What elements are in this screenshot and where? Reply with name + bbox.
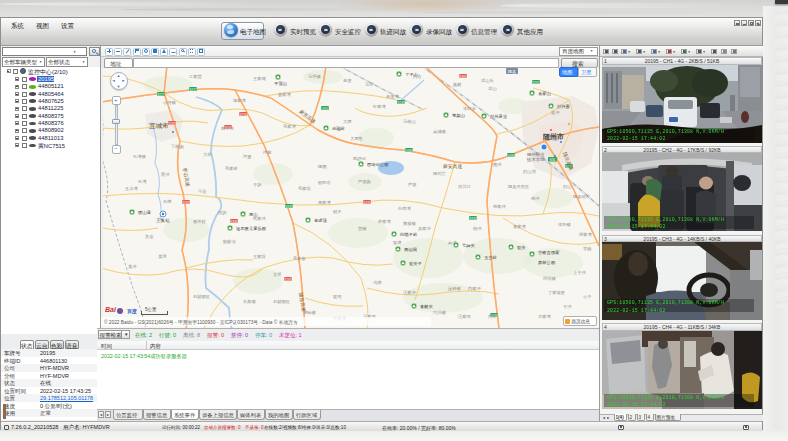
svg-text:白馆湾: 白馆湾: [398, 206, 411, 211]
svg-text:严坡: 严坡: [408, 182, 417, 187]
svg-text:老屋湾: 老屋湾: [386, 94, 399, 99]
svg-text:高城镇: 高城镇: [433, 129, 446, 134]
svg-text:平顶山: 平顶山: [274, 81, 287, 86]
svg-text:美冲: 美冲: [128, 264, 136, 269]
svg-text:待冲: 待冲: [473, 226, 481, 232]
svg-text:黄楼镇: 黄楼镇: [403, 221, 416, 226]
svg-text:马坪: 马坪: [365, 82, 374, 87]
svg-text:吴家冲: 吴家冲: [418, 226, 431, 231]
svg-text:汪家冲: 汪家冲: [403, 290, 416, 295]
svg-text:大堰: 大堰: [343, 119, 352, 124]
svg-text:洪山头: 洪山头: [481, 78, 494, 83]
svg-text:大胡: 大胡: [203, 152, 211, 157]
svg-text:2022-02-15 17:44:02: 2022-02-15 17:44:02: [607, 136, 666, 141]
svg-text:小干: 小干: [583, 294, 592, 299]
svg-text:2022-02-15 17:44:02: 2022-02-15 17:44:02: [607, 308, 666, 313]
svg-text:迪尼星儿童乐园: 迪尼星儿童乐园: [235, 226, 266, 231]
svg-text:麻安高速: 麻安高速: [443, 163, 462, 169]
svg-text:S263: S263: [182, 201, 189, 205]
svg-text:大堰角: 大堰角: [350, 136, 363, 141]
svg-text:洛阳乡: 洛阳乡: [463, 106, 476, 111]
svg-text:乌塘: 乌塘: [373, 280, 382, 285]
svg-text:随岳高速: 随岳高速: [297, 292, 307, 312]
svg-text:孔湾镇: 孔湾镇: [133, 154, 146, 159]
svg-text:尚家冲: 尚家冲: [468, 286, 481, 292]
svg-text:曹冲: 曹冲: [161, 172, 169, 177]
svg-text:袁家湾: 袁家湾: [513, 224, 526, 229]
svg-text:小河镇: 小河镇: [163, 100, 176, 105]
svg-text:烈山湖: 烈山湖: [523, 169, 536, 174]
svg-text:尧家冲: 尧家冲: [493, 204, 506, 209]
svg-text:烈山: 烈山: [563, 184, 571, 189]
svg-text:随县: 随县: [508, 69, 517, 74]
svg-text:随岳高速: 随岳高速: [561, 151, 575, 172]
svg-text:双塘: 双塘: [393, 240, 402, 245]
svg-text:朝天: 朝天: [333, 209, 342, 215]
svg-text:S306: S306: [230, 220, 237, 224]
svg-text:马坪镇: 马坪镇: [308, 74, 321, 79]
svg-text:随县经济: 随县经济: [573, 194, 591, 199]
svg-text:S217: S217: [157, 93, 164, 97]
svg-text:毛家寨: 毛家寨: [293, 256, 306, 261]
svg-text:青树尖: 青树尖: [420, 304, 434, 309]
svg-text:汪家河: 汪家河: [458, 314, 471, 319]
svg-text:尧冲: 尧冲: [531, 196, 539, 201]
svg-text:理解: 理解: [263, 150, 272, 155]
svg-text:老虎顶: 老虎顶: [314, 218, 328, 223]
svg-text:昌坪村: 昌坪村: [193, 219, 206, 225]
svg-text:尚店: 尚店: [413, 74, 421, 80]
svg-text:S263: S263: [168, 122, 175, 126]
svg-text:玉皇岭: 玉皇岭: [484, 255, 498, 260]
svg-text:白哨子岭: 白哨子岭: [400, 232, 418, 237]
svg-text:千坵: 千坵: [198, 189, 206, 194]
svg-text:马鞍山: 马鞍山: [403, 119, 416, 124]
svg-text:S333: S333: [469, 217, 476, 221]
svg-text:于缺: 于缺: [253, 182, 262, 187]
svg-text:石材园区: 石材园区: [193, 294, 211, 300]
svg-text:何缺: 何缺: [218, 210, 227, 216]
svg-text:洪山: 洪山: [488, 86, 496, 91]
svg-text:双尖子: 双尖子: [409, 261, 423, 266]
svg-text:笔架山: 笔架山: [452, 113, 465, 118]
svg-text:均川镇: 均川镇: [432, 310, 446, 315]
svg-text:工家营: 工家营: [188, 74, 202, 80]
svg-text:GPS:10500,71135 E,2910,71308 N: GPS:10500,71135 E,2910,71308 N,V:0KM/H: [607, 395, 724, 400]
svg-text:绿林镇: 绿林镇: [448, 286, 461, 291]
svg-text:学岗: 学岗: [583, 246, 591, 252]
svg-text:袁家山: 袁家山: [538, 91, 551, 96]
svg-text:现家湾: 现家湾: [233, 98, 246, 103]
svg-text:坪坝镇: 坪坝镇: [542, 276, 556, 281]
svg-text:彭兴基业: 彭兴基业: [490, 114, 508, 119]
svg-text:枣石高速: 枣石高速: [182, 167, 191, 187]
svg-text:丁家垴屋: 丁家垴屋: [548, 290, 565, 295]
svg-text:薛家湾: 薛家湾: [378, 219, 391, 224]
svg-text:七婶尖: 七婶尖: [462, 242, 476, 248]
svg-text:黑仙洞: 黑仙洞: [404, 247, 417, 252]
svg-text:西游记公园: 西游记公园: [367, 162, 388, 167]
svg-text:S263: S263: [284, 278, 291, 282]
svg-text:理册: 理册: [243, 154, 252, 160]
svg-text:毛家坝: 毛家坝: [298, 186, 311, 191]
svg-text:王家棚: 王家棚: [253, 76, 266, 81]
svg-text:随县开发区: 随县开发区: [508, 184, 530, 189]
svg-text:上于冲: 上于冲: [573, 270, 586, 275]
svg-text:严坡岗: 严坡岗: [358, 179, 371, 185]
svg-text:S31: S31: [549, 158, 555, 162]
svg-text:S243: S243: [363, 201, 370, 205]
svg-text:南冲: 南冲: [493, 162, 501, 167]
svg-text:栋树: 栋树: [453, 82, 461, 88]
svg-text:王集站: 王集站: [156, 218, 170, 223]
svg-text:双尖: 双尖: [517, 245, 526, 250]
svg-text:随州宾: 随州宾: [433, 171, 446, 176]
svg-text:GPS:10500,71135 E,2910,71308 N: GPS:10500,71135 E,2910,71308 N,V:0KM/H: [607, 217, 724, 222]
svg-text:周家湾: 周家湾: [318, 200, 331, 205]
svg-text:毛家湾: 毛家湾: [283, 124, 296, 129]
svg-text:英冲: 英冲: [550, 110, 559, 116]
svg-text:洛阳镇: 洛阳镇: [558, 222, 571, 227]
svg-text:蚂蚁洼: 蚂蚁洼: [223, 239, 236, 244]
svg-text:技术学院: 技术学院: [526, 157, 545, 162]
svg-text:G346: G346: [405, 149, 413, 153]
svg-text:宜城市: 宜城市: [149, 122, 169, 129]
svg-text:S216: S216: [239, 113, 246, 117]
svg-text:毛家岭: 毛家岭: [225, 166, 238, 171]
